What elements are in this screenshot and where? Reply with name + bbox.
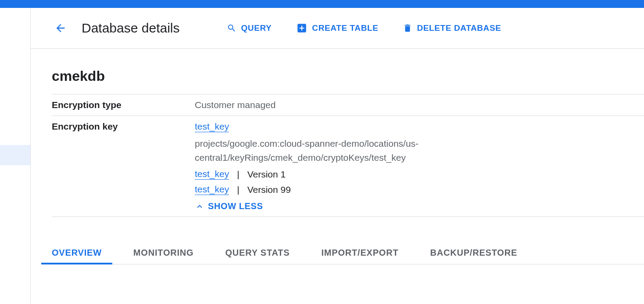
- encryption-type-label: Encryption type: [52, 94, 195, 116]
- back-button[interactable]: [52, 19, 69, 37]
- key-version-value: Version 1: [247, 169, 286, 180]
- search-icon: [227, 23, 236, 33]
- create-table-button[interactable]: CREATE TABLE: [296, 22, 378, 34]
- delete-database-label: DELETE DATABASE: [417, 23, 501, 33]
- separator: |: [237, 185, 239, 195]
- delete-database-button[interactable]: DELETE DATABASE: [403, 22, 501, 34]
- database-name: cmekdb: [52, 68, 644, 84]
- encryption-key-link[interactable]: test_key: [195, 121, 229, 132]
- tab-overview[interactable]: OVERVIEW: [52, 248, 102, 264]
- chevron-up-icon: [195, 202, 204, 211]
- left-rail-selected[interactable]: [0, 145, 30, 165]
- encryption-key-path: projects/google.com:cloud-spanner-demo/l…: [195, 137, 484, 164]
- details-table: Encryption type Customer managed Encrypt…: [52, 94, 644, 217]
- create-table-label: CREATE TABLE: [312, 23, 378, 33]
- page-header: Database details QUERY CREATE TABLE DELE…: [31, 8, 644, 49]
- tabs: OVERVIEW MONITORING QUERY STATS IMPORT/E…: [52, 248, 644, 264]
- query-button[interactable]: QUERY: [227, 22, 272, 34]
- show-less-button[interactable]: SHOW LESS: [195, 201, 263, 211]
- tab-query-stats[interactable]: QUERY STATS: [225, 248, 290, 264]
- show-less-label: SHOW LESS: [208, 201, 263, 211]
- top-bar: [0, 0, 644, 8]
- trash-icon: [403, 23, 412, 33]
- key-version-row: test_key | Version 99: [195, 184, 291, 195]
- tab-monitoring[interactable]: MONITORING: [133, 248, 194, 264]
- plus-box-icon: [296, 22, 308, 34]
- encryption-type-row: Encryption type Customer managed: [52, 94, 644, 116]
- key-version-value: Version 99: [247, 185, 291, 195]
- query-label: QUERY: [241, 23, 272, 33]
- encryption-key-row: Encryption key test_key projects/google.…: [52, 116, 644, 217]
- tab-import-export[interactable]: IMPORT/EXPORT: [321, 248, 398, 264]
- key-version-link[interactable]: test_key: [195, 184, 229, 195]
- tab-backup-restore[interactable]: BACKUP/RESTORE: [430, 248, 517, 264]
- page-title: Database details: [82, 21, 179, 36]
- separator: |: [237, 169, 239, 180]
- encryption-type-value: Customer managed: [195, 94, 644, 116]
- encryption-key-label: Encryption key: [52, 116, 195, 217]
- key-version-row: test_key | Version 1: [195, 169, 286, 180]
- key-version-link[interactable]: test_key: [195, 169, 229, 180]
- arrow-left-icon: [54, 22, 67, 34]
- left-rail: [0, 8, 31, 304]
